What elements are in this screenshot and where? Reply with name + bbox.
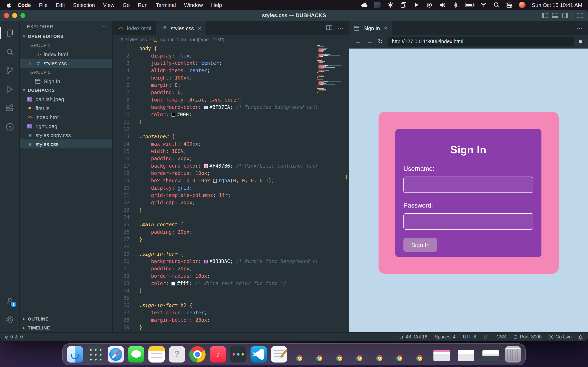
menu-item-go[interactable]: Go <box>119 2 134 8</box>
code-line[interactable]: 32 border-radius: 10px; <box>113 272 317 280</box>
code-line[interactable]: 1body { <box>113 45 317 52</box>
code-line[interactable]: 33 color: #fff; /* White text color for … <box>113 280 317 287</box>
browser-menu-icon[interactable]: ≡ <box>579 38 582 45</box>
status-utf-8[interactable]: UTF-8 <box>463 334 476 339</box>
more-actions-icon[interactable]: ⋯ <box>337 25 344 32</box>
explorer-more-actions-icon[interactable]: ⋯ <box>101 24 107 30</box>
code-line[interactable]: 20 display: grid; <box>113 184 317 192</box>
code-line[interactable]: 38 margin-bottom: 20px; <box>113 317 317 324</box>
code-line[interactable]: 21 grid-template-columns: 1fr; <box>113 192 317 199</box>
accounts-icon[interactable]: 1 <box>0 292 19 310</box>
tab-index-html[interactable]: <>index.html <box>113 21 156 35</box>
status-css[interactable]: CSS <box>496 334 506 339</box>
signin-button[interactable]: Sign In <box>403 238 437 252</box>
file-dahliah-jpeg[interactable]: dahliah.jpeg <box>20 95 112 104</box>
menu-bar-clock[interactable]: Sun Oct 15 10:41 AM <box>532 2 582 8</box>
code-line[interactable]: 26 padding: 20px; <box>113 228 317 236</box>
close-tab-icon[interactable]: × <box>384 25 387 31</box>
open-editor-index-html[interactable]: <>index.html <box>20 50 112 59</box>
textedit-dock-icon[interactable] <box>271 346 287 363</box>
status-ln-48-col-16[interactable]: Ln 48, Col 16 <box>399 334 427 339</box>
code-line[interactable]: 29.sign-in-form { <box>113 250 317 258</box>
code-line[interactable]: 15 width: 100%; <box>113 148 317 155</box>
status-go-live[interactable]: Go Live <box>549 334 572 339</box>
code-line[interactable]: 16 padding: 20px; <box>113 155 317 162</box>
code-line[interactable]: 28 <box>113 243 317 250</box>
menu-item-code[interactable]: Code <box>13 2 35 8</box>
customize-layout-icon[interactable] <box>577 13 583 18</box>
bluetooth-icon[interactable] <box>452 1 459 8</box>
launchpad-dock-icon[interactable] <box>87 346 104 363</box>
toggle-panel-icon[interactable] <box>552 13 558 18</box>
code-editor[interactable]: 1body {2 display: flex;3 justify-content… <box>113 44 349 332</box>
username-input[interactable] <box>403 176 533 193</box>
apple-menu-icon[interactable] <box>6 1 12 8</box>
live-server-icon[interactable] <box>0 117 19 136</box>
code-line[interactable]: 23} <box>113 206 317 214</box>
code-line[interactable]: 11} <box>113 118 317 125</box>
settings-gear-icon[interactable] <box>0 310 19 329</box>
explorer-icon[interactable] <box>0 24 19 42</box>
control-center-icon[interactable] <box>506 1 513 8</box>
window-preview[interactable] <box>483 350 499 361</box>
code-line[interactable]: 24 <box>113 214 317 221</box>
close-tab-icon[interactable]: × <box>198 25 201 31</box>
source-control-icon[interactable] <box>0 61 19 80</box>
breadcrumb-item[interactable]: #styles.css <box>119 36 147 43</box>
menu-item-edit[interactable]: Edit <box>52 2 69 8</box>
code-line[interactable]: 36.sign-in-form h2 { <box>113 302 317 309</box>
file-first-js[interactable]: JSfirst.js <box>20 104 112 113</box>
finder-dock-icon[interactable] <box>67 346 83 363</box>
code-line[interactable]: 4 align-items: center; <box>113 67 317 74</box>
code-line[interactable]: 13.container { <box>113 133 317 140</box>
minimap[interactable] <box>317 45 344 332</box>
open-editor-sign-in[interactable]: Sign In <box>20 77 112 86</box>
menu-item-selection[interactable]: Selection <box>69 2 99 8</box>
chrome-dock-icon[interactable] <box>189 346 206 363</box>
code-line[interactable]: 2 display: flex; <box>113 52 317 59</box>
breadcrumb-item[interactable]: .sign-in-form input[type="text"] <box>154 37 224 42</box>
menu-item-terminal[interactable]: Terminal <box>152 2 180 8</box>
code-line[interactable]: 27} <box>113 236 317 243</box>
code-line[interactable]: 7 padding: 0; <box>113 89 317 96</box>
code-line[interactable]: 18 border-radius: 10px; <box>113 170 317 177</box>
code-line[interactable]: 37 text-align: center; <box>113 309 317 317</box>
app-status-icon-1[interactable] <box>374 2 381 8</box>
code-line[interactable]: 8 font-family: Arial, sans-serif; <box>113 96 317 104</box>
photobooth-dock-icon[interactable] <box>230 346 246 363</box>
toggle-primary-sidebar-icon[interactable] <box>542 13 548 18</box>
code-line[interactable]: 17 background-color: #F487B6; /* Pink/Li… <box>113 162 317 170</box>
code-line[interactable]: 5 height: 100vh; <box>113 74 317 82</box>
menu-item-view[interactable]: View <box>99 2 119 8</box>
code-line[interactable]: 39} <box>113 324 317 331</box>
file-right-jpeg[interactable]: right.jpeg <box>20 122 112 131</box>
stack-icon[interactable] <box>400 1 407 8</box>
status-port-3000[interactable]: Port: 3000 <box>513 334 542 339</box>
code-line[interactable]: 14 max-width: 400px; <box>113 140 317 148</box>
play-icon[interactable] <box>413 1 420 8</box>
tab-styles-css[interactable]: #styles.css× <box>156 21 207 35</box>
file-styles-css[interactable]: #styles.css <box>20 140 112 149</box>
toggle-secondary-sidebar-icon[interactable] <box>562 13 568 18</box>
window-title-bar[interactable]: styles.css — DUBHACKS <box>0 10 588 21</box>
menu-item-window[interactable]: Window <box>180 2 207 8</box>
file-styles-copy-css[interactable]: #styles copy.css <box>20 131 112 140</box>
notes-dock-icon[interactable] <box>148 346 165 363</box>
code-line[interactable]: 25.main-content { <box>113 221 317 228</box>
back-icon[interactable]: ← <box>355 38 361 45</box>
notifications-bell-icon[interactable] <box>578 334 583 340</box>
open-editor-styles-css[interactable]: ×#styles.css <box>20 59 112 68</box>
window-preview[interactable] <box>458 350 474 361</box>
project-section-header[interactable]: ▾ DUBHACKS <box>20 86 112 95</box>
menu-item-file[interactable]: File <box>35 2 52 8</box>
reload-icon[interactable]: ↻ <box>378 38 383 45</box>
more-actions-icon[interactable]: ⋯ <box>577 25 583 32</box>
code-line[interactable]: 31 padding: 20px; <box>113 265 317 272</box>
code-line[interactable]: 3 justify-content: center; <box>113 59 317 67</box>
code-line[interactable]: 35 <box>113 294 317 302</box>
code-line[interactable]: 10 color: #000; <box>113 111 317 118</box>
chrome-mini-icon[interactable] <box>296 355 302 361</box>
chrome-mini-icon[interactable] <box>376 355 382 361</box>
code-line[interactable]: 22 grid-gap: 20px; <box>113 199 317 206</box>
chrome-mini-icon[interactable] <box>416 355 423 361</box>
